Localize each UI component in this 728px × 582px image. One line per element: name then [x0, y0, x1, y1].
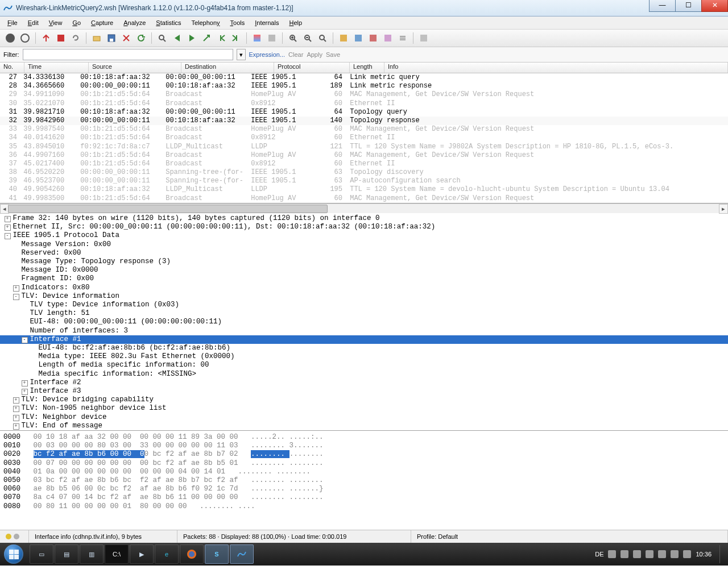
menu-view[interactable]: View [44, 18, 68, 27]
zoom-out-icon[interactable] [301, 31, 315, 45]
save-link[interactable]: Save [326, 51, 340, 58]
help-icon[interactable] [417, 31, 431, 45]
minimize-button[interactable]: — [649, 0, 676, 12]
packet-details-tree[interactable]: +Frame 32: 140 bytes on wire (1120 bits)… [0, 213, 728, 431]
start-button[interactable] [0, 543, 27, 566]
tray-lang[interactable]: DE [595, 551, 603, 558]
packet-row[interactable]: 36 44.9907160 00:1b:21:d5:5d:64 Broadcas… [0, 151, 728, 160]
task-wireshark[interactable] [230, 544, 254, 564]
tray-sound-icon[interactable] [633, 550, 641, 558]
task-ie[interactable]: e [155, 544, 179, 564]
find-icon[interactable] [155, 31, 169, 45]
zoom-in-icon[interactable] [286, 31, 300, 45]
expand-icon[interactable]: + [22, 380, 28, 386]
task-windows-explorer[interactable]: ▭ [30, 544, 53, 564]
tree-row[interactable]: +TLV: End of message [0, 422, 728, 430]
restart-capture-icon[interactable] [69, 31, 82, 45]
collapse-icon[interactable]: - [22, 337, 28, 343]
windows-taskbar[interactable]: ▭ ▤ ▥ C:\ ▶ e S DE 10:36 [0, 543, 728, 566]
menu-telephony[interactable]: Telephony [186, 18, 225, 27]
expand-icon[interactable]: + [5, 216, 11, 222]
menu-file[interactable]: File [2, 18, 23, 27]
tray-clock[interactable]: 10:36 [696, 551, 712, 558]
menu-internals[interactable]: Internals [250, 18, 284, 27]
tree-row[interactable]: Fragment ID: 0x00 [0, 275, 728, 283]
tree-row[interactable]: +Interface #3 [0, 387, 728, 396]
tree-row[interactable]: Media type: IEEE 802.3u Fast Ethernet (0… [0, 352, 728, 361]
capture-filters-icon[interactable] [351, 31, 365, 45]
tree-row-selected[interactable]: -Interface #1 [0, 335, 728, 344]
packet-row[interactable]: 41 49.9983500 00:1b:21:d5:5d:64 Broadcas… [0, 194, 728, 203]
go-forward-icon[interactable] [185, 31, 198, 45]
tree-row[interactable]: +TLV: Neighbor device [0, 413, 728, 422]
stop-capture-icon[interactable] [54, 31, 68, 45]
expert-info-icon[interactable] [6, 534, 11, 539]
horizontal-scrollbar[interactable]: ◂ ▸ [0, 203, 728, 213]
menu-analyze[interactable]: Analyze [118, 18, 151, 27]
packet-row[interactable]: 30 35.0221070 00:1b:21:d5:5d:64 Broadcas… [0, 99, 728, 108]
colorize-icon[interactable] [250, 31, 264, 45]
resize-columns-icon[interactable] [337, 31, 350, 45]
packet-row[interactable]: 32 39.9842960 00:00:00_00:00:11 00:10:18… [0, 117, 728, 125]
packet-row[interactable]: 33 39.9987540 00:1b:21:d5:5d:64 Broadcas… [0, 125, 728, 134]
hex-row[interactable]: 0040 01 0a 00 00 00 00 00 00 00 00 00 04… [3, 468, 728, 476]
tree-row[interactable]: +TLV: Device bridging capability [0, 396, 728, 404]
filter-dropdown-button[interactable]: ▾ [237, 49, 246, 60]
tray-action-icon[interactable] [646, 550, 653, 558]
col-source[interactable]: Source [89, 63, 181, 73]
menu-go[interactable]: Go [67, 18, 86, 27]
menu-capture[interactable]: Capture [86, 18, 118, 27]
go-back-icon[interactable] [170, 31, 184, 45]
task-firefox[interactable] [180, 544, 204, 564]
options-icon[interactable] [18, 31, 32, 45]
tree-row[interactable]: Message ID: 0x0000 [0, 266, 728, 275]
expand-icon[interactable]: + [13, 285, 19, 292]
expand-icon[interactable]: + [5, 225, 11, 231]
packet-row[interactable]: 38 46.9520220 00:00:00_00:00:11 Spanning… [0, 168, 728, 177]
system-tray[interactable]: DE 10:36 [595, 545, 725, 563]
menu-statistics[interactable]: Statistics [151, 18, 186, 27]
tray-app-icon[interactable] [671, 550, 679, 558]
zoom-reset-icon[interactable] [316, 31, 329, 45]
hex-row[interactable]: 0060 ae 8b b5 06 00 0c bc f2 af ae 8b b6… [3, 485, 728, 493]
packet-bytes-hex[interactable]: 0000 00 10 18 af aa 32 00 00 00 00 00 11… [0, 431, 728, 530]
task-cmd[interactable]: C:\ [105, 544, 129, 564]
close-file-icon[interactable] [119, 31, 133, 45]
tray-network-icon[interactable] [621, 550, 628, 558]
hex-row[interactable]: 0020 bc f2 af ae 8b b6 00 00 00 bc f2 af… [3, 450, 728, 459]
packet-row[interactable]: 29 34.9911090 00:1b:21:d5:5d:64 Broadcas… [0, 90, 728, 99]
hex-row[interactable]: 0050 03 bc f2 af ae 8b b6 bc f2 af ae 8b… [3, 476, 728, 485]
save-icon[interactable] [105, 31, 118, 45]
apply-link[interactable]: Apply [307, 51, 322, 58]
collapse-icon[interactable]: - [13, 294, 19, 300]
open-icon[interactable] [90, 31, 104, 45]
tree-row[interactable]: Media specific information: <MISSING> [0, 370, 728, 379]
display-filters-icon[interactable] [366, 31, 380, 45]
expand-icon[interactable]: + [22, 389, 28, 395]
expand-icon[interactable]: + [13, 397, 19, 404]
interfaces-icon[interactable] [3, 31, 17, 45]
col-no[interactable]: No. [0, 63, 24, 73]
tray-flag-icon[interactable] [608, 550, 616, 558]
expand-icon[interactable]: + [13, 415, 19, 421]
expand-icon[interactable]: + [13, 423, 19, 430]
reload-icon[interactable] [134, 31, 148, 45]
menu-edit[interactable]: Edit [23, 18, 44, 27]
start-capture-icon[interactable] [39, 31, 53, 45]
packet-row[interactable]: 40 49.9054260 00:10:18:af:aa:32 LLDP_Mul… [0, 185, 728, 194]
col-info[interactable]: Info [384, 63, 728, 73]
expand-icon[interactable]: + [13, 406, 19, 412]
tree-row[interactable]: -TLV: Device information [0, 292, 728, 301]
hex-row[interactable]: 0000 00 10 18 af aa 32 00 00 00 00 00 11… [3, 433, 728, 442]
tree-row[interactable]: EUI-48: bc:f2:af:ae:8b:b6 (bc:f2:af:ae:8… [0, 344, 728, 352]
packet-row[interactable]: 34 40.0141620 00:1b:21:d5:5d:64 Broadcas… [0, 134, 728, 142]
task-skype[interactable]: S [205, 544, 229, 564]
collapse-icon[interactable]: - [5, 233, 11, 239]
tree-row[interactable]: Reserved: 0x00 [0, 249, 728, 257]
hex-row[interactable]: 0070 8a c4 07 00 14 bc f2 af ae 8b b6 11… [3, 493, 728, 502]
filter-input[interactable] [23, 49, 233, 60]
hex-row[interactable]: 0030 00 07 00 00 00 00 00 00 00 bc f2 af… [3, 459, 728, 468]
col-time[interactable]: Time [24, 63, 89, 73]
tree-row[interactable]: TLV type: Device information (0x03) [0, 301, 728, 309]
tree-row[interactable]: +Ethernet II, Src: 00:00:00_00:00:11 (00… [0, 223, 728, 231]
